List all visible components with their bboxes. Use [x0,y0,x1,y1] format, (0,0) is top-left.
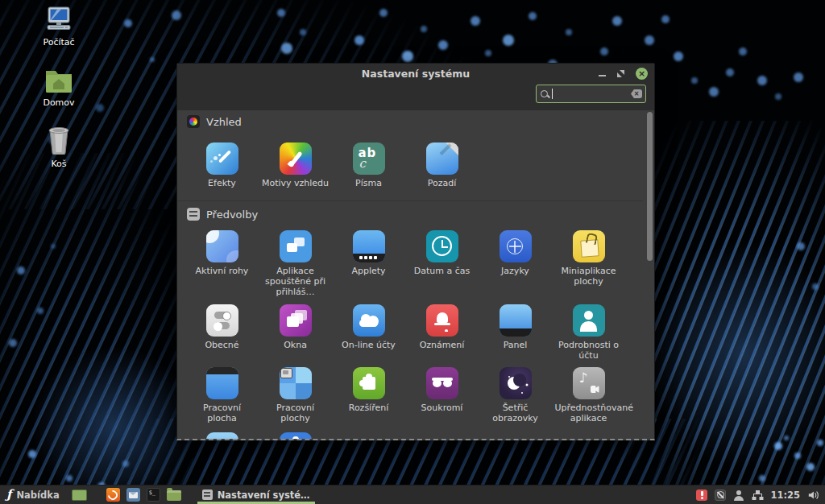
desktop-icon [206,367,238,399]
show-desktop-icon[interactable] [72,490,87,501]
settings-tile-motivy[interactable]: Motivy vzhledu [259,143,332,188]
settings-tile-miniaplikace[interactable]: Miniaplikace plochy [552,230,625,297]
settings-tile-online-ucty[interactable]: On-line účty [332,304,405,361]
window-list-button[interactable]: Nastavení systé… [196,485,317,504]
clock[interactable]: 11:25 [770,490,800,501]
settings-tile-rozsireni[interactable]: Rozšíření [332,367,405,423]
tile-label: On-line účty [342,340,396,350]
tile-label: Upřednostňované aplikace [555,403,623,423]
settings-window-icon [202,490,213,500]
general-icon [206,304,238,337]
settings-tile-panel[interactable]: Panel [479,304,552,361]
window-title: Nastavení systému [362,68,470,80]
settings-tile-efekty[interactable]: Efekty [185,143,259,188]
tile-label: Oznámení [420,340,465,350]
settings-tile-applety[interactable]: Applety [332,230,405,297]
section-header-predvolby: Předvolby [187,208,258,221]
desktop-icon-label: Koš [31,159,87,169]
preferences-grid-row4-partial [185,432,332,440]
menu-button[interactable]: ƒ Nabídka [0,485,67,504]
email-launcher-icon[interactable] [126,488,140,502]
settings-tile-pisma[interactable]: Písma [332,143,405,188]
volume-icon[interactable] [807,490,819,501]
minimize-button[interactable] [599,75,606,76]
tile-label: Písma [355,178,382,188]
preferences-grid-row3: Pracovní plocha Pracovní plochy Rozšířen… [185,367,625,423]
tile-label: Podrobnosti o účtu [555,340,623,361]
settings-tile-okna[interactable]: Okna [259,304,332,361]
mint-logo-icon: ƒ [6,489,11,501]
desktop-icon-label: Domov [31,97,87,108]
extensions-icon [353,367,385,399]
settings-tile-datum-cas[interactable]: Datum a čas [405,230,479,297]
settings-tile-pozadi[interactable]: Pozadí [405,143,479,188]
date-time-icon [426,230,458,262]
tile-label: Aplikace spouštěné při přihláš… [262,266,330,297]
close-button[interactable]: × [636,68,648,80]
desktop-icon-computer[interactable]: Počítač [31,6,87,48]
settings-tile-podrobnosti-uctu[interactable]: Podrobnosti o účtu [552,304,625,361]
section-separator [177,200,643,201]
startup-apps-icon [280,230,312,262]
tile-label: Datum a čas [414,266,470,276]
user-tray-icon[interactable] [733,490,744,501]
tile-label: Soukromí [421,403,463,413]
backgrounds-icon [426,143,458,175]
maximize-button[interactable] [617,70,624,77]
desktop: Počítač Domov Koš Nastavení systému × [0,0,825,504]
preferences-grid-row1: Aktivní rohy Aplikace spouštěné při přih… [185,230,625,297]
preferences-grid-row2: Obecné Okna On-line účty Oznámení Panel [185,304,625,361]
accessibility-icon [280,432,312,440]
applets-icon [353,230,385,262]
account-details-icon [573,304,605,337]
desktop-icon-trash[interactable]: Koš [31,126,87,169]
screensaver-icon [500,367,532,399]
terminal-launcher-icon[interactable] [147,488,160,502]
tile-label: Pracovní plocha [189,403,256,423]
settings-tile-soukromi[interactable]: Soukromí [405,367,479,423]
fonts-icon [353,143,385,175]
settings-tile-pracovni-plocha[interactable]: Pracovní plocha [185,367,259,423]
tile-label: Panel [504,340,528,350]
settings-tile-upřednostnovane[interactable]: Upřednostňované aplikace [552,367,625,423]
computer-icon [43,6,75,33]
network-tray-icon[interactable] [752,490,763,501]
menu-label: Nabídka [16,490,59,501]
settings-tile-jazyky[interactable]: Jazyky [479,230,552,297]
settings-tile-setric-obrazovky[interactable]: Šetřič obrazovky [479,367,552,423]
settings-tile-pracovni-plochy[interactable]: Pracovní plochy [259,367,332,423]
titlebar[interactable]: Nastavení systému × [177,64,654,83]
settings-tile-aktivni-rohy[interactable]: Aktivní rohy [185,230,259,297]
settings-tile-aplikace-spoustene[interactable]: Aplikace spouštěné při přihláš… [259,230,332,297]
tile-label: Okna [284,340,307,350]
scrollbar[interactable] [647,110,653,440]
inhibit-tray-icon[interactable] [715,490,726,501]
scrollbar-thumb[interactable] [647,112,653,261]
firefox-launcher-icon[interactable] [106,488,120,502]
taskbar: ƒ Nabídka Nastavení systé… 11:25 [0,485,825,504]
files-launcher-icon[interactable] [167,490,181,501]
tile-label: Obecné [205,340,238,350]
desktop-icon-label: Počítač [31,37,87,48]
tile-label: Šetřič obrazovky [482,403,549,423]
settings-tile-partial-1[interactable] [185,432,259,440]
window-button-label: Nastavení systé… [218,490,310,501]
workspaces-icon [280,367,312,399]
preferred-apps-icon [573,367,605,399]
desktop-icon-home[interactable]: Domov [31,68,87,108]
tile-label: Motivy vzhledu [262,178,329,188]
clear-search-icon[interactable]: × [631,89,642,98]
desklets-icon [573,230,605,262]
appearance-grid: Efekty Motivy vzhledu Písma Pozadí [185,143,479,188]
appearance-section-icon [187,115,200,128]
update-manager-tray-icon[interactable] [696,490,707,501]
settings-tile-partial-2[interactable] [259,432,332,440]
search-input[interactable]: × [536,85,646,103]
preferences-section-icon [187,208,200,221]
settings-tile-oznameni[interactable]: Oznámení [405,304,479,361]
settings-tile-obecne[interactable]: Obecné [185,304,259,361]
settings-content: Vzhled Efekty Motivy vzhledu Písma Poz [177,110,654,440]
hot-corners-icon [206,230,238,262]
window-header: Nastavení systému × × [177,64,654,110]
tile-label: Jazyky [501,266,529,276]
